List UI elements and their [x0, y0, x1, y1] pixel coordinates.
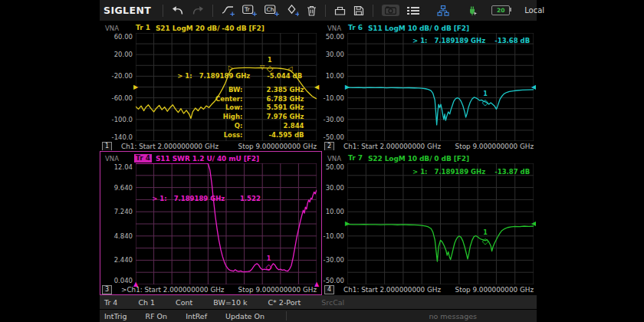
x-axis-row: 1 Ch1: Start 2.000000000 GHz Stop 9.0000… [100, 141, 321, 151]
bw-row-label: Q: [185, 122, 251, 131]
status-sweep-mode[interactable]: Cont [176, 298, 192, 307]
add-marker-icon[interactable]: + [287, 5, 299, 16]
status-if-bandwidth[interactable]: BW=10 k [213, 298, 247, 307]
y-tick-label: -10.00 [324, 94, 344, 102]
footer-rf[interactable]: RF On [146, 312, 168, 320]
add-channel-icon[interactable]: Ch+ [264, 5, 279, 16]
menu-icon[interactable] [407, 6, 419, 15]
bw-row-value: 2.844 [250, 122, 304, 131]
footer-update[interactable]: Update On [225, 312, 264, 320]
y-tick-label: -60.00 [112, 94, 133, 102]
bw-row-label: BW: [185, 86, 251, 95]
quadrant-s22[interactable]: VNA Tr 7 S22 LogM 10 dB/ 0 dB [F2] 50.00… [322, 151, 537, 295]
status-channel[interactable]: Ch 1 [138, 298, 155, 307]
y-tick-label: -20.00 [112, 72, 133, 80]
svg-text:Tr: Tr [244, 6, 250, 13]
quadrant-swr[interactable]: VNA Tr 4 S11 SWR 1.2 U/ 40 mU [F2] 12.04… [100, 151, 322, 295]
marker-readout: > 1:7.189189 GHz-5.044 dB [177, 72, 302, 80]
window-grid: VNA Tr 1 S21 LogM 20 dB/ -40 dB [F2] 60.… [100, 21, 537, 295]
y-tick-label: 0.040 [114, 277, 133, 284]
svg-text:Ch: Ch [267, 6, 274, 13]
quadrant-s21[interactable]: VNA Tr 1 S21 LogM 20 dB/ -40 dB [F2] 60.… [100, 21, 322, 151]
bandwidth-table-row: High:7.976 GHz [185, 113, 304, 122]
trace-header: VNA Tr 1 S21 LogM 20 dB/ -40 dB [F2] [100, 21, 321, 33]
footer-trigger[interactable]: IntTrig [104, 312, 127, 320]
add-trace-icon[interactable]: Tr+ [242, 5, 257, 16]
x-stop-label: Stop 9.000000000 GHz [455, 143, 534, 150]
trace-header: VNA Tr 4 S11 SWR 1.2 U/ 40 mU [F2] [100, 152, 321, 163]
y-tick-label: -50.00 [324, 277, 344, 284]
toolbar-separator [212, 5, 213, 17]
status-trace[interactable]: Tr 4 [104, 298, 117, 307]
marker-readout-value: -5.044 dB [267, 72, 302, 80]
vna-label: VNA [327, 155, 347, 163]
add-measurement-icon[interactable]: + [222, 5, 235, 16]
grid-and-trace [136, 163, 317, 284]
screenshot-icon[interactable] [382, 5, 399, 16]
bw-row-label: High: [185, 113, 251, 122]
redo-icon[interactable] [192, 5, 204, 15]
marker-readout-value: -13.87 dB [495, 168, 530, 176]
marker-readout: > 1:7.189189 GHz1.522 [152, 195, 261, 202]
y-tick-label: 60.00 [114, 33, 133, 41]
trace-title[interactable]: S11 SWR 1.2 U/ 40 mU [F2] [156, 155, 259, 163]
toolbar-right-group: 20 Local [403, 5, 544, 16]
trace-header: VNA Tr 6 S11 LogM 10 dB/ 0 dB [F2] [323, 21, 536, 33]
vna-label: VNA [105, 25, 134, 32]
x-start-label: Ch1: Start 2.000000000 GHz [121, 143, 219, 150]
trace-title[interactable]: S21 LogM 20 dB/ -40 dB [F2] [156, 25, 264, 32]
status-srccal[interactable]: SrcCal [321, 298, 344, 307]
bw-row-value: -4.595 dB [250, 131, 304, 140]
x-axis-row: 3 >Ch1: Start 2.000000000 GHz Stop 9.000… [100, 284, 321, 295]
trace-title[interactable]: S11 LogM 10 dB/ 0 dB [F2] [368, 25, 469, 32]
bw-row-value: 6.783 GHz [250, 95, 304, 104]
x-start-label: >Ch1: Start 2.000000000 GHz [121, 286, 224, 294]
battery-icon: 20 [491, 5, 510, 15]
y-tick-label: -140.0 [112, 133, 133, 141]
vna-label: VNA [327, 25, 347, 32]
bw-row-label: Low: [185, 104, 251, 113]
y-tick-label: -30.00 [324, 256, 344, 264]
screen: SIGLENT + Tr+ Ch+ + [0, 0, 644, 322]
marker-readout-freq: 7.189189 GHz [174, 195, 225, 202]
y-tick-label: -100.0 [112, 116, 133, 123]
delete-icon[interactable] [307, 5, 317, 16]
trace-tag[interactable]: Tr 1 [134, 24, 152, 32]
channel-number-box: 4 [324, 285, 334, 294]
recall-icon[interactable] [334, 5, 346, 15]
trace-header: VNA Tr 7 S22 LogM 10 dB/ 0 dB [F2] [323, 152, 536, 163]
status-correction[interactable]: C* 2-Port [268, 298, 301, 307]
plot-area-s22[interactable]: ▶◀◇1> 1:7.189189 GHz-13.87 dB [347, 163, 534, 284]
undo-icon[interactable] [172, 5, 184, 15]
usb-icon[interactable] [467, 5, 478, 16]
y-tick-label: 10.00 [326, 208, 344, 215]
footer-ref[interactable]: IntRef [186, 312, 207, 320]
trace-tag[interactable]: Tr 6 [347, 24, 364, 32]
marker-readout-freq: 7.189189 GHz [434, 168, 485, 176]
local-mode-button[interactable]: Local [524, 6, 544, 15]
y-tick-label: 50.00 [326, 33, 344, 41]
bw-row-value: 5.591 GHz [250, 104, 304, 113]
save-icon[interactable] [353, 5, 364, 16]
plot-area-s11-logm[interactable]: ▶◀◇1> 1:7.189189 GHz-13.68 dB [347, 33, 534, 141]
svg-text:+: + [230, 10, 235, 17]
bandwidth-table-row: Loss:-4.595 dB [185, 131, 304, 140]
lan-icon[interactable] [437, 5, 449, 16]
grid-and-trace [347, 163, 534, 284]
grid-and-trace [347, 33, 534, 141]
trace-tag[interactable]: Tr 7 [347, 154, 364, 163]
plot-area-swr[interactable]: ▲▲◇1> 1:7.189189 GHz1.522 [136, 163, 317, 284]
footer-bar: IntTrig RF On IntRef Update On no messag… [100, 309, 537, 322]
y-tick-label: 2.440 [114, 256, 133, 264]
plot-area-s21[interactable]: ▶◀▷▽◇1◁> 1:7.189189 GHz-5.044 dBBW:2.385… [136, 33, 317, 141]
marker-readout-number: > 1: [412, 37, 427, 44]
quadrant-s11-logm[interactable]: VNA Tr 6 S11 LogM 10 dB/ 0 dB [F2] 50.00… [322, 21, 537, 151]
status-bar: Tr 4 Ch 1 Cont BW=10 k C* 2-Port SrcCal [100, 295, 537, 309]
y-tick-label: 30.00 [326, 184, 344, 192]
y-tick-label: -30.00 [324, 116, 344, 123]
trace-title[interactable]: S22 LogM 10 dB/ 0 dB [F2] [368, 155, 469, 163]
trace-tag[interactable]: Tr 4 [134, 154, 152, 163]
x-stop-label: Stop 9.000000000 GHz [238, 143, 317, 150]
message-area: no messages [429, 312, 478, 320]
y-tick-label: -10.00 [324, 232, 344, 240]
